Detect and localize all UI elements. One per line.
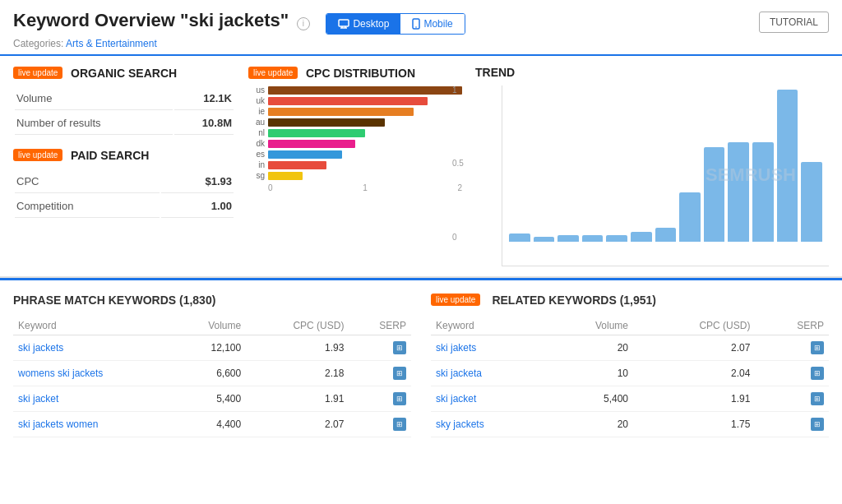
cpc-cell: 1.91 <box>633 386 755 411</box>
cpc-bar-fill <box>268 129 365 137</box>
serp-icon[interactable]: ⊞ <box>393 392 406 405</box>
trend-chart-wrapper: 1 0.5 0 SEMRUSH <box>475 86 829 266</box>
main-bottom-section: PHRASE MATCH KEYWORDS (1,830) Keyword Vo… <box>0 280 842 451</box>
trend-bar <box>704 147 725 242</box>
table-header-row: Keyword Volume CPC (USD) SERP <box>431 317 829 335</box>
cpc-bar-fill <box>268 108 414 116</box>
cpc-country-label: es <box>248 150 265 159</box>
cpc-cell: 1.91 <box>246 386 349 411</box>
cpc-bar-fill <box>268 172 303 180</box>
tutorial-button[interactable]: TUTORIAL <box>759 12 829 33</box>
serp-icon[interactable]: ⊞ <box>393 367 406 380</box>
cpc-bar-fill <box>268 97 428 105</box>
cpc-bar-row: sg <box>248 171 462 180</box>
cpc-bar-row: us <box>248 86 462 95</box>
serp-cell: ⊞ <box>755 335 829 360</box>
related-header-row: live update RELATED KEYWORDS (1,951) <box>431 294 829 307</box>
trend-bar-group <box>502 86 829 242</box>
cpc-cell: 1.75 <box>633 411 755 437</box>
volume-cell: 20 <box>548 335 633 360</box>
cpc-country-label: us <box>248 86 265 95</box>
keyword-link[interactable]: ski jackets <box>18 342 63 354</box>
table-header-row: Keyword Volume CPC (USD) SERP <box>13 317 411 335</box>
cpc-country-label: in <box>248 160 265 169</box>
cpc-bar-container <box>268 150 462 159</box>
table-row: CPC $1.93 <box>15 170 234 193</box>
cpc-axis: 0 1 2 <box>248 183 462 192</box>
serp-icon[interactable]: ⊞ <box>811 341 824 354</box>
desktop-button[interactable]: Desktop <box>326 14 400 34</box>
keyword-cell: ski jacket <box>13 386 173 411</box>
cpc-country-label: uk <box>248 96 265 105</box>
phrase-match-title: PHRASE MATCH KEYWORDS (1,830) <box>13 294 411 307</box>
keyword-link[interactable]: ski jacket <box>18 393 58 405</box>
table-row: ski jackets 12,100 1.93 ⊞ <box>13 335 411 360</box>
keyword-link[interactable]: ski jackets women <box>18 418 98 430</box>
table-row: womens ski jackets 6,600 2.18 ⊞ <box>13 360 411 386</box>
results-label: Number of results <box>15 112 173 135</box>
info-icon[interactable]: i <box>297 17 310 30</box>
related-keywords-table: Keyword Volume CPC (USD) SERP ski jakets… <box>431 317 829 437</box>
device-toggle: Desktop Mobile <box>326 13 465 35</box>
serp-cell: ⊞ <box>755 411 829 437</box>
cpc-bar-row: au <box>248 118 462 127</box>
volume-label: Volume <box>15 87 173 110</box>
cpc-bar-container <box>268 140 462 148</box>
serp-cell: ⊞ <box>755 386 829 411</box>
cpc-bar-fill <box>268 140 355 148</box>
trend-bar <box>606 235 627 241</box>
cpc-bar-fill <box>268 86 462 95</box>
trend-bar <box>801 162 822 241</box>
trend-bar <box>509 234 530 241</box>
cpc-live-badge: live update <box>248 67 298 79</box>
competition-value: 1.00 <box>161 195 234 218</box>
cpc-cell: 2.07 <box>633 335 755 360</box>
serp-icon[interactable]: ⊞ <box>393 418 406 431</box>
cpc-panel: live update CPC DISTRIBUTION usukieaunld… <box>248 66 462 266</box>
volume-value: 12.1K <box>174 87 234 110</box>
serp-icon[interactable]: ⊞ <box>393 341 406 354</box>
table-row: Number of results 10.8M <box>15 112 234 135</box>
cpc-col-header: CPC (USD) <box>633 317 755 335</box>
svg-rect-0 <box>339 20 349 26</box>
cpc-cell: 2.04 <box>633 360 755 386</box>
cpc-country-label: au <box>248 118 265 127</box>
trend-bar <box>534 237 555 242</box>
keyword-link[interactable]: ski jacketa <box>436 368 482 379</box>
keyword-cell: womens ski jackets <box>13 360 173 386</box>
cpc-bar-row: in <box>248 160 462 169</box>
keyword-cell: ski jacket <box>431 386 548 411</box>
volume-cell: 5,400 <box>548 386 633 411</box>
keyword-cell: ski jackets <box>13 335 173 360</box>
cpc-bar-container <box>268 172 462 180</box>
cpc-label: CPC <box>15 170 160 193</box>
keyword-link[interactable]: ski jakets <box>436 342 476 354</box>
category-link[interactable]: Arts & Entertainment <box>66 38 157 49</box>
serp-icon[interactable]: ⊞ <box>811 367 824 380</box>
table-row: Competition 1.00 <box>15 195 234 218</box>
page-header: Keyword Overview "ski jackets" i Desktop… <box>0 0 842 56</box>
paid-title: PAID SEARCH <box>71 149 149 162</box>
trend-bar <box>557 235 579 241</box>
trend-bar <box>582 235 604 241</box>
volume-col-header: Volume <box>548 317 633 335</box>
keyword-link[interactable]: ski jacket <box>436 393 476 405</box>
cpc-bar-row: uk <box>248 96 462 105</box>
cpc-cell: 1.93 <box>246 335 349 360</box>
cpc-bar-fill <box>268 118 385 127</box>
serp-col-header: SERP <box>349 317 411 335</box>
mobile-button[interactable]: Mobile <box>400 14 464 34</box>
related-panel: live update RELATED KEYWORDS (1,951) Key… <box>431 294 829 437</box>
serp-icon[interactable]: ⊞ <box>811 392 824 405</box>
trend-y-labels: 1 0.5 0 <box>452 86 464 242</box>
volume-cell: 20 <box>548 411 633 437</box>
table-row: ski jackets women 4,400 2.07 ⊞ <box>13 411 411 437</box>
keyword-link[interactable]: womens ski jackets <box>18 368 103 379</box>
trend-chart: SEMRUSH <box>502 86 829 266</box>
keyword-link[interactable]: sky jackets <box>436 418 484 430</box>
trend-bar <box>655 228 677 242</box>
monitor-icon <box>338 19 349 29</box>
table-row: ski jakets 20 2.07 ⊞ <box>431 335 829 360</box>
cpc-bar-row: dk <box>248 139 462 148</box>
serp-icon[interactable]: ⊞ <box>811 418 824 431</box>
